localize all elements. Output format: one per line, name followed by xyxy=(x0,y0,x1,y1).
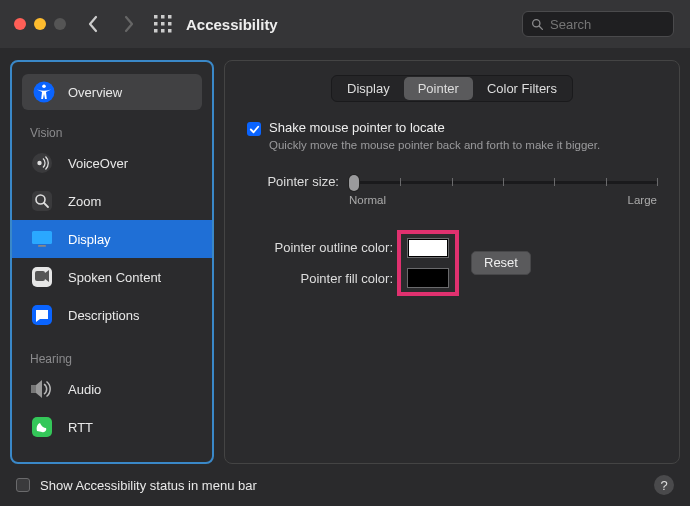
sidebar-item-label: VoiceOver xyxy=(68,156,128,171)
shake-to-locate-row: Shake mouse pointer to locate Quickly mo… xyxy=(247,120,665,154)
svg-point-12 xyxy=(42,84,46,88)
sidebar-overview-label: Overview xyxy=(68,85,122,100)
accessibility-icon xyxy=(32,80,56,104)
sidebar-item-label: Descriptions xyxy=(68,308,140,323)
audio-icon xyxy=(30,377,54,401)
svg-rect-21 xyxy=(35,271,45,281)
svg-rect-3 xyxy=(154,22,158,26)
sidebar-item-spoken-content[interactable]: Spoken Content xyxy=(12,258,212,296)
svg-rect-6 xyxy=(154,29,158,33)
outline-color-well[interactable] xyxy=(407,238,449,258)
nav-buttons xyxy=(82,13,140,35)
window-title: Accessibility xyxy=(186,16,278,33)
close-window-button[interactable] xyxy=(14,18,26,30)
zoom-window-button[interactable] xyxy=(54,18,66,30)
sidebar-item-label: Audio xyxy=(68,382,101,397)
svg-rect-2 xyxy=(168,15,172,19)
search-field[interactable] xyxy=(522,11,674,37)
sidebar-item-rtt[interactable]: RTT xyxy=(12,408,212,446)
spoken-content-icon xyxy=(30,265,54,289)
section-hearing-label: Hearing xyxy=(12,350,212,370)
svg-rect-4 xyxy=(161,22,165,26)
svg-rect-0 xyxy=(154,15,158,19)
rtt-icon xyxy=(30,415,54,439)
footer: Show Accessibility status in menu bar ? xyxy=(0,464,690,506)
search-icon xyxy=(531,18,544,31)
sidebar: Overview Vision VoiceOver Zoom Display xyxy=(10,60,214,464)
tab-bar: Display Pointer Color Filters xyxy=(331,75,573,102)
svg-rect-18 xyxy=(32,231,52,244)
sidebar-item-voiceover[interactable]: VoiceOver xyxy=(12,144,212,182)
shake-to-locate-label: Shake mouse pointer to locate xyxy=(269,120,600,135)
sidebar-item-zoom[interactable]: Zoom xyxy=(12,182,212,220)
sidebar-item-descriptions[interactable]: Descriptions xyxy=(12,296,212,334)
shake-to-locate-description: Quickly move the mouse pointer back and … xyxy=(269,138,600,154)
svg-line-10 xyxy=(539,26,542,29)
sidebar-item-audio[interactable]: Audio xyxy=(12,370,212,408)
sidebar-item-label: RTT xyxy=(68,420,93,435)
back-button[interactable] xyxy=(82,13,104,35)
tab-pointer[interactable]: Pointer xyxy=(404,77,473,100)
sidebar-item-label: Zoom xyxy=(68,194,101,209)
descriptions-icon xyxy=(30,303,54,327)
svg-rect-7 xyxy=(161,29,165,33)
tab-display[interactable]: Display xyxy=(333,77,404,100)
pointer-size-max-label: Large xyxy=(628,194,657,206)
voiceover-icon xyxy=(30,151,54,175)
pointer-size-label: Pointer size: xyxy=(253,174,339,189)
pointer-size-min-label: Normal xyxy=(349,194,386,206)
main-panel: Display Pointer Color Filters Shake mous… xyxy=(224,60,680,464)
outline-color-label: Pointer outline color: xyxy=(274,240,393,255)
svg-rect-23 xyxy=(31,385,36,393)
section-vision-label: Vision xyxy=(12,124,212,144)
show-all-icon[interactable] xyxy=(154,15,172,33)
reset-button[interactable]: Reset xyxy=(471,251,531,275)
sidebar-overview[interactable]: Overview xyxy=(22,74,202,110)
search-input[interactable] xyxy=(550,17,665,32)
svg-rect-19 xyxy=(38,245,46,247)
forward-button[interactable] xyxy=(118,13,140,35)
fill-color-label: Pointer fill color: xyxy=(301,271,393,286)
zoom-icon xyxy=(30,189,54,213)
fill-color-well[interactable] xyxy=(407,268,449,288)
svg-rect-15 xyxy=(32,191,52,211)
svg-rect-5 xyxy=(168,22,172,26)
help-button[interactable]: ? xyxy=(654,475,674,495)
svg-point-14 xyxy=(37,161,41,165)
pointer-size-slider[interactable] xyxy=(349,172,657,192)
window-controls xyxy=(14,18,66,30)
minimize-window-button[interactable] xyxy=(34,18,46,30)
svg-point-13 xyxy=(32,153,52,173)
shake-to-locate-checkbox[interactable] xyxy=(247,122,261,136)
color-swatches-highlight xyxy=(397,230,459,296)
titlebar: Accessibility xyxy=(0,0,690,48)
sidebar-item-display[interactable]: Display xyxy=(12,220,212,258)
status-in-menubar-checkbox[interactable] xyxy=(16,478,30,492)
tab-color-filters[interactable]: Color Filters xyxy=(473,77,571,100)
svg-rect-1 xyxy=(161,15,165,19)
sidebar-item-label: Spoken Content xyxy=(68,270,161,285)
display-icon xyxy=(30,227,54,251)
sidebar-item-label: Display xyxy=(68,232,111,247)
status-in-menubar-label: Show Accessibility status in menu bar xyxy=(40,478,257,493)
svg-rect-8 xyxy=(168,29,172,33)
